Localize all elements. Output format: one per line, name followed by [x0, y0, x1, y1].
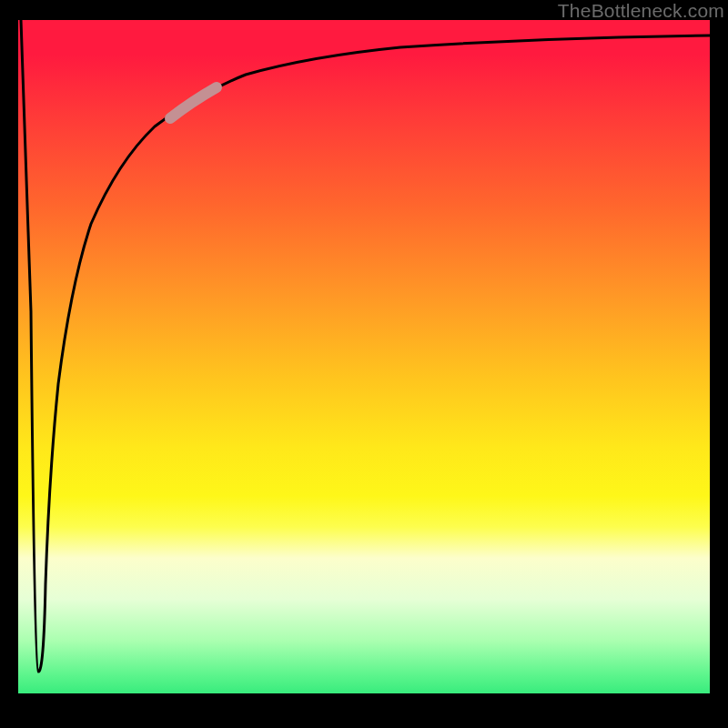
chart-frame: TheBottleneck.com	[0, 0, 728, 728]
watermark-text: TheBottleneck.com	[558, 0, 724, 22]
bottleneck-curve	[21, 20, 710, 672]
curve-highlight-segment	[170, 87, 217, 118]
plot-bottom-black-bar	[18, 693, 710, 710]
plot-area	[18, 20, 710, 710]
curve-layer	[18, 20, 710, 710]
